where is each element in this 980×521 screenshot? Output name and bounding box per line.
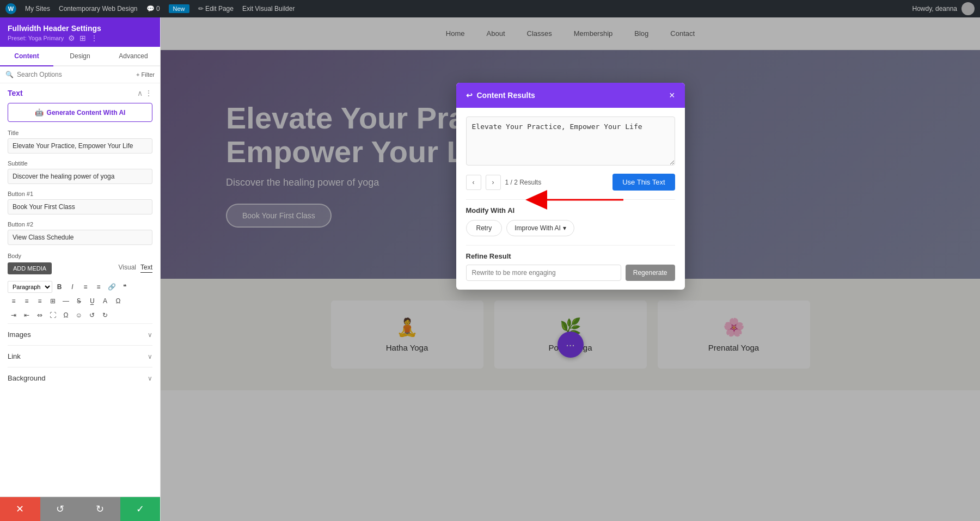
save-button[interactable]: ✓ (120, 497, 161, 521)
page-canvas: Home About Classes Membership Blog Conta… (161, 17, 980, 521)
retry-button[interactable]: Retry (466, 220, 503, 236)
improve-with-ai-button[interactable]: Improve With AI ▾ (506, 220, 574, 236)
content-results-modal: ↩ Content Results × Elevate Your Practic… (456, 83, 685, 290)
sidebar-tabs: Content Design Advanced (0, 47, 160, 66)
filter-icon: + (136, 71, 139, 78)
sidebar-search-bar: 🔍 + Filter (0, 66, 160, 83)
wp-logo[interactable]: W (5, 3, 16, 14)
modal-header-left: ↩ Content Results (466, 91, 535, 100)
align-right-button[interactable]: ≡ (34, 295, 46, 307)
strikethrough-button[interactable]: S̶ (73, 295, 85, 307)
unordered-list-button[interactable]: ≡ (79, 281, 91, 293)
visual-tab[interactable]: Visual (119, 263, 136, 273)
paragraph-select[interactable]: Paragraph (8, 281, 52, 293)
title-input[interactable] (8, 138, 152, 154)
quote-button[interactable]: ❝ (119, 281, 131, 293)
content-result-textarea[interactable]: Elevate Your Practice, Empower Your Life (466, 117, 675, 166)
modal-nav-left: ‹ › 1 / 2 Results (466, 175, 542, 190)
subtitle-input[interactable] (8, 169, 152, 184)
modal-divider-2 (466, 245, 675, 246)
ordered-list-button[interactable]: ≡ (93, 281, 105, 293)
link-button[interactable]: 🔗 (106, 281, 118, 293)
subtitle-field: Subtitle (8, 160, 152, 184)
special-char-button[interactable]: Ω (112, 295, 124, 307)
modal-close-button[interactable]: × (669, 90, 675, 100)
direction-button[interactable]: ⇔ (34, 309, 46, 321)
exit-builder-link[interactable]: Exit Visual Builder (242, 5, 295, 13)
layout-icon[interactable]: ⊞ (79, 34, 86, 42)
body-label: Body (8, 253, 152, 259)
body-section: Body ADD MEDIA Visual Text Paragraph B I… (8, 253, 152, 321)
ai-generate-label: Generate Content With AI (47, 109, 126, 117)
next-result-button[interactable]: › (486, 175, 501, 190)
button1-field: Button #1 (8, 191, 152, 214)
indent-button[interactable]: ⇥ (8, 309, 20, 321)
refine-row: Regenerate (466, 265, 675, 281)
edit-page-link[interactable]: ✏ Edit Page (198, 5, 234, 13)
search-input[interactable] (17, 71, 133, 78)
background-title: Background (8, 374, 45, 382)
search-icon: 🔍 (5, 71, 14, 78)
italic-button[interactable]: I (66, 281, 78, 293)
refine-input[interactable] (466, 265, 621, 281)
text-tab[interactable]: Text (140, 263, 152, 273)
ai-icon: 🤖 (35, 108, 44, 117)
toolbar-row-3: ⇥ ⇤ ⇔ ⛶ Ω ☺ ↺ ↻ (8, 309, 152, 321)
background-header[interactable]: Background ∨ (8, 374, 152, 382)
collapse-icon[interactable]: ∧ (137, 89, 143, 97)
images-title: Images (8, 330, 31, 339)
align-center-button[interactable]: ≡ (21, 295, 33, 307)
background-section: Background ∨ (8, 367, 152, 389)
filter-button[interactable]: + Filter (136, 71, 155, 78)
improve-arrow-icon: ▾ (563, 224, 566, 232)
emoji-button[interactable]: ☺ (73, 309, 85, 321)
user-greeting: Howdy, deanna (912, 5, 958, 13)
images-header[interactable]: Images ∨ (8, 330, 152, 339)
tab-advanced[interactable]: Advanced (107, 47, 160, 66)
bold-button[interactable]: B (53, 281, 65, 293)
button1-input[interactable] (8, 199, 152, 214)
modal-header: ↩ Content Results × (456, 83, 685, 108)
button1-label: Button #1 (8, 191, 152, 197)
hr-button[interactable]: — (60, 295, 72, 307)
prev-result-button[interactable]: ‹ (466, 175, 481, 190)
special-char2-button[interactable]: Ω (60, 309, 72, 321)
button2-input[interactable] (8, 230, 152, 245)
more-options-icon[interactable]: ⋮ (145, 89, 152, 97)
title-label: Title (8, 130, 152, 136)
color-button[interactable]: A (99, 295, 111, 307)
redo-editor-button[interactable]: ↻ (99, 309, 111, 321)
comments-link[interactable]: 💬 0 (146, 5, 160, 13)
new-button[interactable]: New (169, 4, 189, 13)
align-left-button[interactable]: ≡ (8, 295, 20, 307)
more-icon[interactable]: ⋮ (90, 34, 98, 42)
add-media-button[interactable]: ADD MEDIA (8, 262, 52, 274)
outdent-button[interactable]: ⇤ (21, 309, 33, 321)
title-field: Title (8, 130, 152, 154)
site-name-link[interactable]: Contemporary Web Design (59, 5, 138, 13)
admin-bar-left: W My Sites Contemporary Web Design 💬 0 N… (5, 3, 295, 14)
body-tabs: Visual Text (119, 263, 152, 273)
main-layout: Fullwidth Header Settings Preset: Yoga P… (0, 17, 980, 521)
images-chevron: ∨ (148, 331, 152, 339)
toolbar-row-2: ≡ ≡ ≡ ⊞ — S̶ U̲ A Ω (8, 295, 152, 307)
cancel-button[interactable]: ✕ (0, 497, 40, 521)
use-this-text-button[interactable]: Use This Text (612, 174, 675, 191)
undo-editor-button[interactable]: ↺ (86, 309, 98, 321)
ai-generate-button[interactable]: 🤖 Generate Content With AI (8, 103, 152, 122)
link-header[interactable]: Link ∨ (8, 352, 152, 360)
settings-icon[interactable]: ⚙ (68, 34, 75, 42)
regenerate-button[interactable]: Regenerate (626, 265, 675, 281)
sidebar-title: Fullwidth Header Settings (8, 24, 152, 33)
tab-design[interactable]: Design (53, 47, 107, 66)
images-section: Images ∨ (8, 323, 152, 345)
table-button[interactable]: ⊞ (47, 295, 59, 307)
wp-admin-bar: W My Sites Contemporary Web Design 💬 0 N… (0, 0, 980, 17)
undo-button[interactable]: ↺ (40, 497, 81, 521)
my-sites-link[interactable]: My Sites (25, 5, 50, 13)
modal-title: Content Results (477, 91, 535, 100)
tab-content[interactable]: Content (0, 47, 53, 66)
fullscreen-button[interactable]: ⛶ (47, 309, 59, 321)
redo-button[interactable]: ↻ (80, 497, 120, 521)
underline-button[interactable]: U̲ (86, 295, 98, 307)
